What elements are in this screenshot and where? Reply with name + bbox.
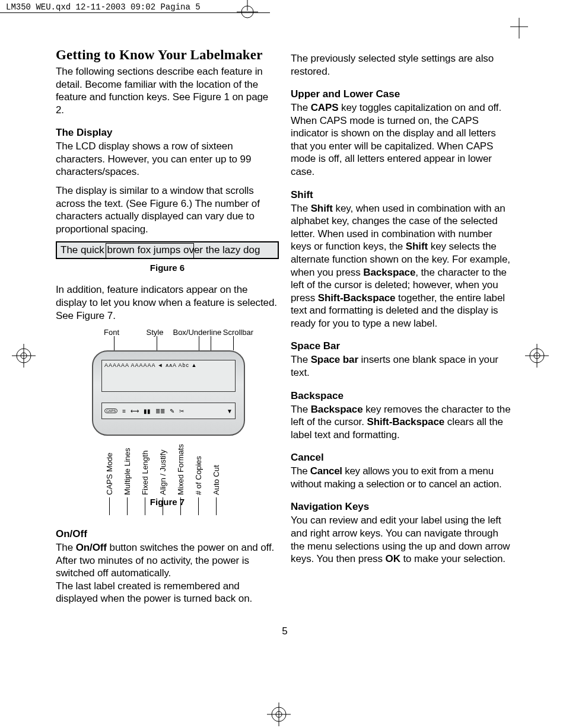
heading-cancel: Cancel — [291, 452, 514, 464]
bold-onoff: On/Off — [76, 542, 107, 553]
page-content: Getting to Know Your Labelmaker The foll… — [56, 47, 514, 637]
bold-spacebar: Space bar — [311, 354, 358, 365]
heading-display: The Display — [56, 127, 279, 139]
display-p3: In addition, feature indicators appear o… — [56, 283, 279, 322]
crop-mark-top — [236, 0, 259, 24]
autocut-icon: ✂ — [179, 408, 184, 414]
txt: key toggles capitalization on and off. W… — [291, 102, 501, 177]
fig7-label-font: Font — [104, 328, 143, 337]
figure6-label: Figure 6 — [56, 263, 279, 273]
display-p2: The display is similar to a window that … — [56, 184, 279, 235]
fig7-tick — [199, 336, 199, 350]
fig7-label-style: Style — [147, 328, 173, 337]
upper-lower-p: The CAPS key toggles capitalization on a… — [291, 101, 514, 178]
bold-backspace1: Backspace — [363, 267, 415, 278]
bold-caps: CAPS — [311, 102, 339, 113]
backspace-p: The Backspace key removes the character … — [291, 403, 514, 442]
figure7-illustration: Font Style Box/Underline Scrollbar AAAAA… — [81, 328, 253, 518]
formats-icon: ≣≣ — [155, 408, 165, 414]
heading-onoff: On/Off — [56, 528, 279, 540]
print-file-header: LM350 WEU.qxd 12-11-2003 09:02 Pagina 5 — [0, 0, 270, 13]
txt: The — [291, 354, 311, 365]
fig7-screen-upper: AAAAAA AAAAAA ◄ ᴀᴀA Abc ▲ — [101, 360, 236, 392]
heading-shift: Shift — [291, 189, 514, 201]
length-icon: ⟷ — [131, 408, 139, 414]
fig7-tick — [114, 336, 115, 350]
vlabel-copies: # of Copies — [194, 430, 203, 495]
fig7-label-scrollbar: Scrollbar — [223, 328, 253, 337]
txt: The — [56, 542, 76, 553]
lcd-cursor-window — [106, 243, 194, 258]
vlabel-lines: Multiple Lines — [123, 430, 132, 495]
display-p1: The LCD display shows a row of sixteen c… — [56, 140, 279, 178]
down-arrow-icon: ▼ — [227, 408, 233, 414]
vlabel-caps: CAPS Mode — [105, 430, 114, 495]
crop-target-left — [12, 344, 36, 368]
crop-target-right — [525, 344, 549, 368]
txt: The — [291, 465, 310, 477]
fig7-tick — [233, 336, 234, 350]
fig7-top-labels: Font Style Box/Underline Scrollbar — [81, 328, 253, 337]
txt: The — [291, 102, 311, 113]
figure6-lcd-box: The quick brown fox jumps over the lazy … — [56, 241, 279, 259]
continuation-text: The previously selected style settings a… — [291, 52, 514, 78]
crop-corner-tr — [510, 12, 540, 41]
bold-shift-backspace2: Shift-Backspace — [367, 416, 444, 427]
vlabel-formats: Mixed Formats — [176, 430, 185, 495]
onoff-p2: The last label created is remembered and… — [56, 580, 279, 605]
cancel-p: The Cancel key allows you to exit from a… — [291, 465, 514, 490]
heading-spacebar: Space Bar — [291, 340, 514, 352]
left-column: Getting to Know Your Labelmaker The foll… — [56, 47, 279, 611]
figure7-label: Figure 7 — [81, 497, 253, 507]
fig7-tick — [157, 336, 157, 350]
fig7-label-box: Box/Underline — [173, 328, 222, 337]
shift-p: The Shift key, when used in combination … — [291, 202, 514, 330]
heading-navigation: Navigation Keys — [291, 501, 514, 513]
crop-target-bottom — [267, 703, 291, 726]
bold-backspace2: Backspace — [311, 404, 363, 415]
bold-shift-backspace: Shift-Backspace — [318, 292, 396, 304]
txt: The — [291, 404, 311, 415]
page-number: 5 — [56, 625, 514, 637]
vlabel-align: Align / Justify — [158, 430, 167, 495]
spacebar-p: The Space bar inserts one blank space in… — [291, 353, 514, 379]
txt: to make your selection. — [400, 553, 505, 564]
fig7-device-body: AAAAAA AAAAAA ◄ ᴀᴀA Abc ▲ CAPS ≡ ⟷ ▮▮ ≣≣… — [92, 350, 245, 436]
txt: The — [291, 203, 311, 214]
bold-shift1: Shift — [311, 203, 333, 214]
bold-ok: OK — [386, 553, 400, 564]
vlabel-autocut: Auto Cut — [212, 430, 221, 495]
caps-indicator-icon: CAPS — [104, 408, 117, 413]
right-column: The previously selected style settings a… — [291, 47, 514, 611]
fig7-screen-lower: CAPS ≡ ⟷ ▮▮ ≣≣ ✎ ✂ ▼ — [101, 403, 236, 419]
copies-icon: ✎ — [170, 408, 174, 414]
fig7-bottom-labels: CAPS Mode Multiple Lines Fixed Length Al… — [105, 430, 230, 495]
align-icon: ▮▮ — [144, 408, 151, 414]
navigation-p: You can review and edit your label using… — [291, 514, 514, 565]
fig7-tick — [211, 336, 211, 350]
bold-shift2: Shift — [406, 241, 428, 252]
lines-icon: ≡ — [122, 408, 126, 414]
heading-upper-lower: Upper and Lower Case — [291, 88, 514, 100]
heading-backspace: Backspace — [291, 390, 514, 402]
vlabel-length: Fixed Length — [141, 430, 150, 495]
onoff-p1: The On/Off button switches the power on … — [56, 541, 279, 580]
section-title: Getting to Know Your Labelmaker — [56, 47, 279, 63]
intro-paragraph: The following sections describe each fea… — [56, 65, 279, 116]
bold-cancel: Cancel — [310, 465, 342, 477]
